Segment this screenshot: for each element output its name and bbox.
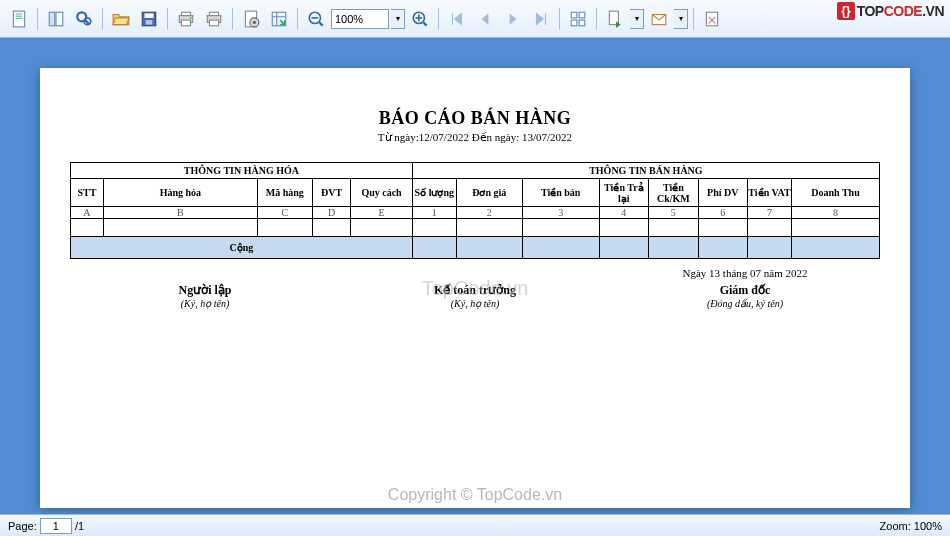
col-doanhthu: Doanh Thu bbox=[791, 179, 879, 207]
col-soluong: Số lượng bbox=[412, 179, 456, 207]
col-dongia: Đơn giá bbox=[456, 179, 522, 207]
svg-line-25 bbox=[319, 22, 322, 25]
zoom-input[interactable] bbox=[331, 9, 389, 29]
subcol-6: 6 bbox=[698, 207, 747, 219]
print-button[interactable] bbox=[173, 6, 199, 32]
scale-button[interactable] bbox=[266, 6, 292, 32]
col-tienvat: Tiền VAT bbox=[748, 179, 792, 207]
table-row bbox=[71, 219, 880, 237]
svg-rect-18 bbox=[210, 20, 219, 26]
col-stt: STT bbox=[71, 179, 104, 207]
save-button[interactable] bbox=[136, 6, 162, 32]
status-bar: Page: / 1 Zoom: 100% bbox=[0, 514, 950, 536]
subcol-5: 5 bbox=[649, 207, 698, 219]
subcol-d: D bbox=[312, 207, 350, 219]
zoom-in-button[interactable] bbox=[407, 6, 433, 32]
export-dropdown[interactable]: ▾ bbox=[630, 9, 644, 29]
subcol-e: E bbox=[351, 207, 413, 219]
zoom-value: 100% bbox=[914, 520, 942, 532]
col-dvt: ĐVT bbox=[312, 179, 350, 207]
zoom-out-button[interactable] bbox=[303, 6, 329, 32]
svg-rect-30 bbox=[571, 12, 577, 18]
signature-row: Người lập (Ký, họ tên) Kế toán trưởng (K… bbox=[70, 267, 880, 309]
sig-note-3: (Đóng dấu, ký tên) bbox=[610, 298, 880, 309]
toolbar: ▾ ▾ ▾ bbox=[0, 0, 950, 38]
first-page-button[interactable] bbox=[444, 6, 470, 32]
sig-role-3: Giám đốc bbox=[610, 283, 880, 298]
svg-rect-10 bbox=[145, 13, 154, 18]
subcol-4: 4 bbox=[599, 207, 648, 219]
report-page: BÁO CÁO BÁN HÀNG Từ ngày:12/07/2022 Đến … bbox=[40, 68, 910, 508]
document-map-button[interactable] bbox=[43, 6, 69, 32]
signature-director: Ngày 13 tháng 07 năm 2022 Giám đốc (Đóng… bbox=[610, 267, 880, 309]
find-button[interactable] bbox=[71, 6, 97, 32]
page-current-input[interactable] bbox=[40, 518, 72, 534]
subcol-1: 1 bbox=[412, 207, 456, 219]
email-button[interactable] bbox=[646, 6, 672, 32]
svg-rect-1 bbox=[16, 13, 23, 14]
signature-preparer: Người lập (Ký, họ tên) bbox=[70, 267, 340, 309]
parameters-button[interactable] bbox=[6, 6, 32, 32]
watermark-button[interactable] bbox=[699, 6, 725, 32]
sig-note-1: (Ký, họ tên) bbox=[70, 298, 340, 309]
multipage-button[interactable] bbox=[565, 6, 591, 32]
header-group-sales: THÔNG TIN BÁN HÀNG bbox=[412, 163, 879, 179]
svg-point-21 bbox=[253, 20, 256, 23]
col-phidv: Phí DV bbox=[698, 179, 747, 207]
zoom-label: Zoom: bbox=[880, 520, 911, 532]
open-button[interactable] bbox=[108, 6, 134, 32]
sig-role-1: Người lập bbox=[70, 283, 340, 298]
subcol-7: 7 bbox=[748, 207, 792, 219]
subcol-a: A bbox=[71, 207, 104, 219]
page-total: 1 bbox=[78, 520, 84, 532]
quick-print-button[interactable] bbox=[201, 6, 227, 32]
page-setup-button[interactable] bbox=[238, 6, 264, 32]
svg-rect-33 bbox=[579, 20, 585, 26]
svg-rect-3 bbox=[16, 17, 23, 18]
svg-rect-31 bbox=[579, 12, 585, 18]
col-tienban: Tiền bán bbox=[522, 179, 599, 207]
col-tienck: Tiền Ck/KM bbox=[649, 179, 698, 207]
subcol-8: 8 bbox=[791, 207, 879, 219]
col-tientralai: Tiền Trả lại bbox=[599, 179, 648, 207]
col-quycach: Quy cách bbox=[351, 179, 413, 207]
svg-rect-4 bbox=[49, 12, 55, 26]
col-mahang: Mã hàng bbox=[257, 179, 312, 207]
svg-rect-11 bbox=[146, 20, 153, 25]
subcol-c: C bbox=[257, 207, 312, 219]
subcol-b: B bbox=[103, 207, 257, 219]
svg-line-29 bbox=[423, 22, 426, 25]
next-page-button[interactable] bbox=[500, 6, 526, 32]
logo-suffix: .VN bbox=[922, 3, 944, 19]
logo-text-2: CODE bbox=[884, 3, 922, 19]
col-hanghoa: Hàng hóa bbox=[103, 179, 257, 207]
report-date-range: Từ ngày:12/07/2022 Đến ngày: 13/07/2022 bbox=[70, 131, 880, 144]
sig-role-2: Kế toán trưởng bbox=[340, 283, 610, 298]
subcol-2: 2 bbox=[456, 207, 522, 219]
svg-rect-32 bbox=[571, 20, 577, 26]
subcol-3: 3 bbox=[522, 207, 599, 219]
svg-rect-2 bbox=[16, 15, 23, 16]
svg-rect-36 bbox=[706, 12, 717, 26]
signature-accountant: Kế toán trưởng (Ký, họ tên) bbox=[340, 267, 610, 309]
total-row: Cộng bbox=[71, 237, 880, 259]
header-group-goods: THÔNG TIN HÀNG HÓA bbox=[71, 163, 413, 179]
export-button[interactable] bbox=[602, 6, 628, 32]
page-label: Page: bbox=[8, 520, 37, 532]
svg-rect-14 bbox=[182, 20, 191, 26]
report-table: THÔNG TIN HÀNG HÓA THÔNG TIN BÁN HÀNG ST… bbox=[70, 162, 880, 259]
prev-page-button[interactable] bbox=[472, 6, 498, 32]
zoom-dropdown[interactable]: ▾ bbox=[391, 9, 405, 29]
sig-date: Ngày 13 tháng 07 năm 2022 bbox=[610, 267, 880, 279]
logo-text-1: TOP bbox=[857, 3, 884, 19]
sig-note-2: (Ký, họ tên) bbox=[340, 298, 610, 309]
svg-rect-5 bbox=[56, 12, 63, 26]
document-viewer[interactable]: BÁO CÁO BÁN HÀNG Từ ngày:12/07/2022 Đến … bbox=[0, 38, 950, 514]
email-dropdown[interactable]: ▾ bbox=[674, 9, 688, 29]
logo-glyph-icon: {} bbox=[837, 2, 854, 20]
svg-point-15 bbox=[189, 16, 191, 18]
brand-logo: {} TOPCODE.VN bbox=[837, 2, 944, 20]
report-title: BÁO CÁO BÁN HÀNG bbox=[70, 108, 880, 129]
total-label: Cộng bbox=[71, 237, 413, 259]
last-page-button[interactable] bbox=[528, 6, 554, 32]
